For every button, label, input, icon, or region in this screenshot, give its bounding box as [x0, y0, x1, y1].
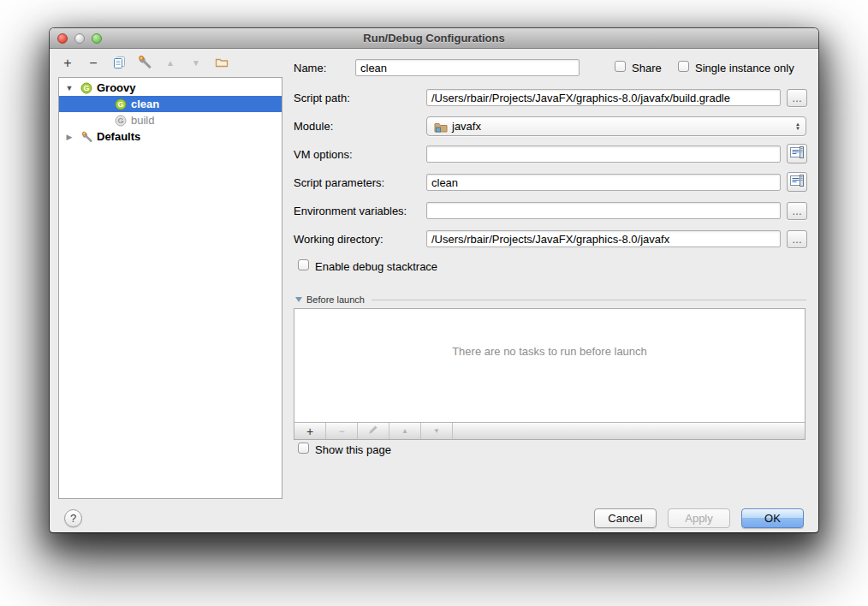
- section-collapse-icon[interactable]: [295, 297, 302, 302]
- module-select[interactable]: javafx ▲ ▼: [426, 116, 806, 136]
- script-parameters-input[interactable]: [426, 174, 781, 191]
- ellipsis-icon: …: [792, 205, 802, 217]
- tree-item-groovy[interactable]: ▼ G Groovy: [59, 80, 282, 96]
- vm-options-expand-button[interactable]: [787, 144, 807, 163]
- expand-editor-icon: [790, 175, 804, 190]
- script-path-browse-button[interactable]: …: [787, 89, 807, 107]
- show-this-page-label: Show this page: [315, 443, 391, 456]
- apply-button[interactable]: Apply: [668, 508, 730, 528]
- disclosure-expanded-icon[interactable]: ▼: [64, 84, 74, 92]
- vm-options-label: VM options:: [294, 148, 353, 161]
- plus-icon: +: [306, 425, 313, 437]
- wrench-icon: [80, 131, 92, 143]
- groovy-icon: G: [80, 82, 92, 94]
- folder-icon: [215, 56, 229, 71]
- arrow-down-icon: ▼: [192, 59, 200, 68]
- add-task-button[interactable]: +: [294, 423, 326, 439]
- section-divider: [372, 300, 806, 300]
- before-launch-header[interactable]: Before launch: [295, 294, 806, 305]
- working-directory-input[interactable]: [426, 230, 781, 247]
- share-label: Share: [632, 62, 662, 74]
- environment-variables-browse-button[interactable]: …: [787, 202, 807, 220]
- working-directory-browse-button[interactable]: …: [787, 230, 807, 248]
- name-input[interactable]: [355, 59, 580, 76]
- configurations-tree: ▼ G Groovy G clean G build ▶ Defaults: [58, 77, 282, 499]
- working-directory-label: Working directory:: [294, 233, 383, 246]
- script-parameters-label: Script parameters:: [294, 176, 384, 189]
- window-title: Run/Debug Configurations: [50, 32, 818, 45]
- svg-text:G: G: [83, 84, 89, 92]
- script-path-label: Script path:: [294, 92, 350, 104]
- before-launch-task-list[interactable]: There are no tasks to run before launch: [294, 309, 805, 422]
- svg-text:G: G: [117, 116, 123, 125]
- move-down-button[interactable]: ▼: [188, 56, 204, 71]
- tree-item-label: build: [131, 114, 154, 127]
- module-folder-icon: [434, 121, 448, 132]
- before-launch-title: Before launch: [306, 294, 365, 305]
- copy-configuration-button[interactable]: [111, 56, 127, 71]
- edit-defaults-button[interactable]: [137, 56, 152, 71]
- move-up-button[interactable]: ▲: [163, 56, 178, 71]
- plus-icon: +: [63, 56, 71, 70]
- ellipsis-icon: …: [792, 234, 802, 246]
- combo-stepper-icon[interactable]: ▲ ▼: [795, 122, 800, 131]
- cancel-button[interactable]: Cancel: [594, 508, 657, 528]
- titlebar[interactable]: Run/Debug Configurations: [50, 28, 818, 49]
- svg-text:G: G: [117, 100, 123, 109]
- minus-icon: −: [338, 426, 344, 437]
- minus-icon: −: [89, 56, 97, 70]
- tree-item-label: Defaults: [97, 130, 140, 143]
- expand-editor-icon: [790, 146, 804, 162]
- share-checkbox[interactable]: [615, 61, 626, 72]
- groovy-icon-gray: G: [115, 115, 127, 127]
- tree-item-defaults[interactable]: ▶ Defaults: [59, 128, 282, 145]
- script-path-input[interactable]: [426, 89, 781, 106]
- disclosure-collapsed-icon[interactable]: ▶: [64, 133, 74, 141]
- wrench-icon: [137, 55, 152, 72]
- move-task-down-button[interactable]: ▼: [421, 423, 453, 439]
- vm-options-input[interactable]: [426, 146, 781, 163]
- module-label: Module:: [294, 120, 333, 133]
- copy-icon: [113, 56, 126, 72]
- remove-configuration-button[interactable]: −: [86, 56, 101, 71]
- debug-stacktrace-label: Enable debug stacktrace: [315, 260, 437, 273]
- single-instance-checkbox[interactable]: [678, 61, 689, 72]
- pencil-icon: [368, 425, 378, 437]
- run-debug-configurations-dialog: Run/Debug Configurations + − ▲ ▼ ▼ G: [50, 28, 818, 532]
- ellipsis-icon: …: [792, 92, 802, 104]
- new-folder-button[interactable]: [214, 56, 229, 71]
- remove-task-button[interactable]: −: [326, 423, 358, 439]
- empty-tasks-message: There are no tasks to run before launch: [294, 345, 805, 358]
- tree-item-label: clean: [131, 98, 159, 110]
- question-mark-icon: ?: [70, 512, 76, 525]
- name-label: Name:: [294, 62, 326, 74]
- ok-button[interactable]: OK: [741, 508, 804, 528]
- module-selected-value: javafx: [452, 120, 795, 133]
- add-configuration-button[interactable]: +: [60, 56, 75, 71]
- help-button[interactable]: ?: [64, 509, 82, 527]
- arrow-up-icon: ▲: [401, 428, 408, 435]
- arrow-up-icon: ▲: [166, 59, 175, 68]
- environment-variables-input[interactable]: [426, 202, 781, 219]
- arrow-down-icon: ▼: [433, 428, 440, 435]
- groovy-icon: G: [115, 98, 127, 110]
- environment-variables-label: Environment variables:: [294, 205, 407, 217]
- tree-item-build[interactable]: G build: [59, 112, 282, 128]
- before-launch-panel: There are no tasks to run before launch …: [294, 308, 806, 440]
- show-this-page-checkbox[interactable]: [298, 443, 309, 454]
- script-parameters-expand-button[interactable]: [787, 172, 807, 192]
- tree-item-clean[interactable]: G clean: [59, 96, 282, 112]
- move-task-up-button[interactable]: ▲: [389, 423, 421, 439]
- before-launch-toolbar: + − ▲ ▼: [294, 422, 805, 439]
- single-instance-label: Single instance only: [695, 62, 794, 74]
- debug-stacktrace-checkbox[interactable]: [298, 259, 309, 270]
- edit-task-button[interactable]: [358, 423, 389, 439]
- tree-toolbar: + − ▲ ▼: [60, 54, 229, 73]
- tree-item-label: Groovy: [97, 81, 136, 94]
